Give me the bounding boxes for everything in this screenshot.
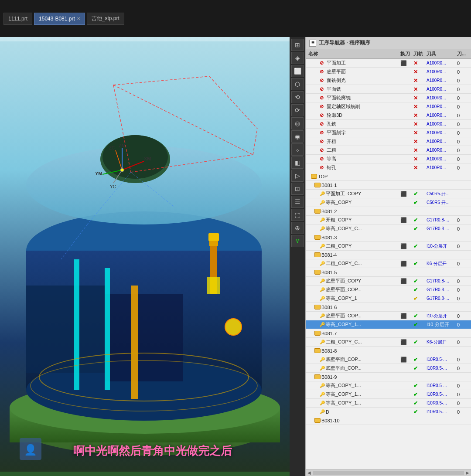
row-label: 轮廓3D [327, 112, 342, 119]
row-label: D [326, 409, 329, 415]
table-row[interactable]: ⊘ 轮廓3D ✕ A100R0... 0 [306, 111, 471, 120]
table-row[interactable]: B081-6 [306, 303, 471, 312]
svg-text:ZM: ZM [119, 143, 126, 148]
table-row[interactable]: 🔑 等高_COPY_1... ✔ I10R0.5-... 0 [306, 381, 471, 390]
vp-btn-15[interactable]: ⊕ [291, 222, 304, 234]
key-icon: 🔑 [320, 357, 325, 362]
no-icon: ⊘ [320, 139, 326, 145]
vp-btn-3[interactable]: ⬜ [291, 65, 304, 77]
table-row[interactable]: 🔑 底壁平面_COPY ⬛ ✔ G17R0.8-... 0 [306, 277, 471, 286]
row-tool: K6-分层开 [426, 339, 456, 346]
row-tool: G17R0.8-... [426, 226, 456, 231]
vp-btn-9[interactable]: ⬦ [291, 143, 304, 156]
table-row[interactable]: ⊘ 平面刻字 ✕ A100R0... 0 [306, 129, 471, 137]
folder-icon [314, 418, 321, 423]
table-row[interactable]: 🔑 D ✔ I10R0.5-... 0 [306, 408, 471, 416]
table-row[interactable]: 🔑 二粗_COPY ⬛ ✔ I10-分层开 0 [306, 242, 471, 251]
table-row[interactable]: ⊘ 开粗 ✕ A100R0... 0 [306, 137, 471, 146]
table-row[interactable]: B081-10 [306, 416, 471, 425]
tab-1111[interactable]: 1111.prt [3, 13, 32, 25]
vp-btn-10[interactable]: ◧ [291, 156, 304, 169]
row-last [456, 202, 469, 203]
table-row[interactable]: B081-4 [306, 251, 471, 259]
table-row[interactable]: ⊘ 固定轴区域铣削 ✕ A100R0... 0 [306, 102, 471, 111]
vp-btn-8[interactable]: ◉ [291, 130, 304, 143]
key-icon: 🔑 [320, 322, 325, 327]
table-row[interactable]: B081-2 [306, 207, 471, 216]
row-col2 [399, 403, 413, 404]
vp-btn-13[interactable]: ☰ [291, 196, 304, 208]
row-last [456, 237, 469, 238]
table-row[interactable]: 🔑 二粗_COPY_C... ⬛ ✔ K6-分层开 0 [306, 259, 471, 268]
no-icon: ⊘ [320, 121, 326, 127]
vp-btn-14[interactable]: ⬚ [291, 209, 304, 221]
table-row[interactable]: B081-8 [306, 347, 471, 355]
row-label: B081-4 [321, 252, 337, 258]
row-col2 [399, 255, 413, 255]
row-tool: A100R0... [426, 139, 456, 144]
row-label: 底壁平面_COP... [326, 313, 362, 319]
table-row[interactable]: 🔑 等高_COPY_C... ✔ G17R0.8-... 0 [306, 224, 471, 233]
row-label: 孔铣 [327, 121, 336, 127]
table-row[interactable]: 🔑 底壁平面_COP... ⬛ ✔ I10-分层开 0 [306, 312, 471, 320]
table-row[interactable]: B081-5 [306, 268, 471, 277]
table-row[interactable]: 🔑 底壁平面_COP... ✔ G17R0.8-... 0 [306, 286, 471, 294]
row-name: ⊘ 轮廓3D [307, 112, 399, 119]
row-col2 [399, 289, 413, 290]
row-last: 0 [456, 156, 469, 162]
table-row[interactable]: ⊘ 平面轮廓铣 ✕ A100R0... 0 [306, 94, 471, 102]
table-row[interactable]: ⊘ 等高 ✕ A100R0... 0 [306, 155, 471, 163]
panel-title: 工序导航器 · 程序顺序 [319, 39, 370, 47]
status-check: ✔ [413, 287, 418, 293]
table-row[interactable]: 🔑 等高_COPY_1... ✔ I10R0.5-... 0 [306, 399, 471, 408]
row-name: ⊘ 等高 [307, 156, 399, 162]
row-name: ⊘ 平面铣 [307, 86, 399, 92]
table-row[interactable]: B081-9 [306, 373, 471, 381]
table-row[interactable]: B081-1 [306, 181, 471, 190]
table-row[interactable]: ⊘ 二粗 ✕ A100R0... 0 [306, 146, 471, 155]
table-row[interactable]: 🔑 底壁平面_COP... ⬛ ✔ I10R0.5-... 0 [306, 355, 471, 364]
vp-btn-12[interactable]: ⊡ [291, 183, 304, 195]
table-row[interactable]: 🔑 底壁平面_COP... ✔ I10R0.5-... 0 [306, 364, 471, 373]
table-row[interactable]: ⊘ 孔铣 ✕ A100R0... 0 [306, 120, 471, 129]
table-row[interactable]: ⊘ 平面铣 ✕ A100R0... 0 [306, 85, 471, 94]
tab-guitar[interactable]: 吉他_stp.prt [87, 13, 124, 25]
table-row[interactable]: TOP [306, 172, 471, 181]
table-row[interactable]: 🔑 二粗_COPY_C... ⬛ ✔ K6-分层开 0 [306, 338, 471, 347]
table-row[interactable]: 🔑 开粗_COPY ⬛ ✔ G17R0.8-... 0 [306, 216, 471, 224]
row-last: 0 [456, 217, 469, 223]
top-bar: 1111.prt 15043-B081.prt ✕ 吉他_stp.prt [0, 0, 471, 37]
row-col3: ✔ [413, 408, 426, 415]
vp-btn-2[interactable]: ◈ [291, 52, 304, 64]
row-label: 开粗_COPY [326, 217, 352, 223]
key-icon: 🔑 [320, 261, 325, 266]
row-name: B081-7 [307, 331, 399, 336]
vp-btn-6[interactable]: ⟳ [291, 104, 304, 116]
table-row[interactable]: B081-3 [306, 233, 471, 242]
table-row[interactable]: 🔑 等高_COPY_1 ✔ G17R0.8-... 0 [306, 294, 471, 303]
row-col2 [399, 202, 413, 203]
tab-15043[interactable]: 15043-B081.prt ✕ [34, 13, 85, 25]
table-row[interactable]: 🔑 等高_COPY ✔ C50R5-开... [306, 198, 471, 207]
vp-btn-1[interactable]: ⊞ [291, 39, 304, 51]
table-row[interactable]: 🔑 等高_COPY_1... ✔ I10-分层开 0 [306, 320, 471, 329]
viewport-3d[interactable]: ZM XM ZC YM YC [0, 37, 305, 476]
row-last [456, 307, 469, 308]
table-row[interactable]: ⊘ 平面加工 ⬛ ✕ A100R0... 0 [306, 59, 471, 68]
vp-btn-4[interactable]: ⬡ [291, 78, 304, 90]
vp-btn-5[interactable]: ⟲ [291, 91, 304, 103]
tab-15043-close[interactable]: ✕ [77, 16, 80, 21]
table-row[interactable]: 🔑 等高_COPY_1... ✔ I10R0.5-... 0 [306, 390, 471, 399]
vp-btn-7[interactable]: ◎ [291, 117, 304, 129]
panel-scroll-bottom[interactable]: ◀ ▶ [306, 469, 471, 476]
status-check-yellow: ✔ [413, 296, 418, 302]
svg-rect-14 [131, 286, 138, 399]
vp-btn-11[interactable]: ▷ [291, 170, 304, 182]
table-row[interactable]: B081-7 [306, 329, 471, 338]
vp-btn-v[interactable]: V [291, 235, 304, 247]
row-name: ⊘ 固定轴区域铣削 [307, 103, 399, 110]
table-row[interactable]: ⊘ 钻孔 ✕ A100R0... 0 [306, 163, 471, 172]
table-row[interactable]: ⊘ 底壁平面 ✕ A100R0... 0 [306, 68, 471, 76]
table-row[interactable]: 🔑 平面加工_COPY ⬛ ✔ C50R5-开... [306, 190, 471, 198]
table-row[interactable]: ⊘ 面铣侧光 ✕ A100R0... 0 [306, 76, 471, 85]
